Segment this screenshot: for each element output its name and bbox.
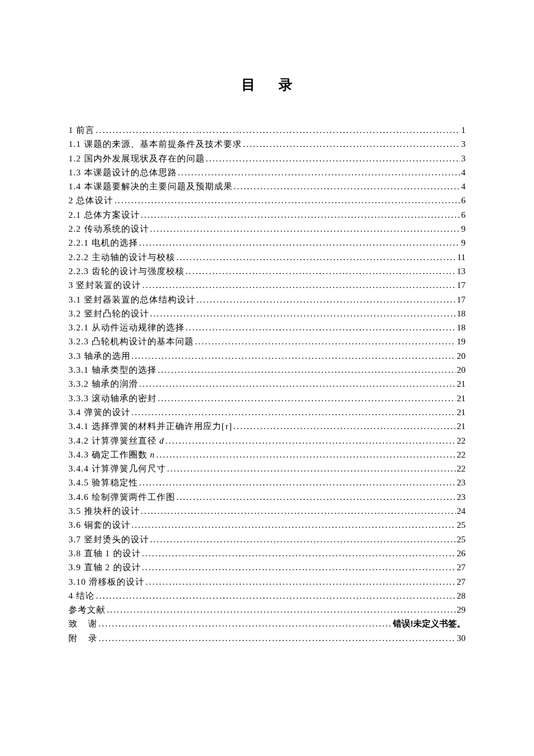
toc-entry: 3.1 竖封器装置的总体结构设计17	[68, 293, 466, 307]
toc-entry-label: 3.10 滑移板的设计	[68, 575, 145, 589]
toc-entry: 3.4.3 确定工作圈数 n22	[68, 448, 466, 462]
toc-leader-dots	[158, 363, 456, 377]
toc-page-number: 20	[457, 363, 466, 377]
toc-entry-label: 3.4.1 选择弹簧的材料并正确许用应力[τ]	[68, 419, 232, 433]
toc-entry: 3.4.6 绘制弹簧两件工作图23	[68, 490, 466, 504]
toc-entry: 3.8 直轴 1 的设计26	[68, 546, 466, 560]
toc-entry: 1.3 本课题设计的总体思路4	[68, 165, 466, 179]
toc-entry-label: 致 谢	[68, 617, 98, 631]
toc-page-number: 4	[461, 179, 466, 193]
toc-entry: 2.2.2 主动轴的设计与校核11	[68, 250, 466, 264]
toc-leader-dots	[142, 560, 456, 574]
toc-entry-label: 1.1 课题的来源、基本前提条件及技术要求	[68, 137, 242, 151]
toc-entry-label: 3.7 竖封烫头的设计	[68, 532, 149, 546]
toc-leader-dots	[146, 575, 456, 589]
toc-leader-dots	[186, 264, 456, 278]
toc-leader-dots	[139, 476, 456, 489]
toc-entry: 3.3 轴承的选用20	[68, 349, 466, 363]
toc-leader-dots	[197, 293, 456, 307]
toc-entry: 1.4 本课题要解决的主要问题及预期成果4	[68, 179, 466, 193]
toc-page-number: 23	[457, 476, 466, 489]
toc-entry: 3.6 铜套的设计25	[68, 518, 466, 532]
toc-leader-dots	[99, 631, 456, 645]
toc-entry-label: 3.2.1 从动件运动规律的选择	[68, 321, 185, 334]
toc-leader-dots	[139, 236, 460, 250]
toc-page-number: 1	[461, 123, 466, 137]
toc-entry-label: 3.4 弹簧的设计	[68, 405, 131, 419]
toc-page-number: 17	[457, 293, 466, 307]
toc-entry: 3.4.1 选择弹簧的材料并正确许用应力[τ]21	[68, 419, 466, 433]
toc-page-number: 3	[461, 152, 466, 165]
toc-entry-label: 3.1 竖封器装置的总体结构设计	[68, 293, 196, 307]
toc-page-number: 29	[457, 603, 466, 617]
toc-page-number: 22	[457, 434, 466, 448]
toc-error-bookmark: 错误!未定义书签。	[393, 617, 466, 631]
toc-entry-label: 3 竖封装置的设计	[68, 278, 141, 292]
toc-page-number: 18	[457, 307, 466, 321]
toc-entry: 1.2 国内外发展现状及存在的问题3	[68, 152, 466, 165]
toc-leader-dots	[142, 546, 456, 560]
toc-entry-label: 3.5 推块杆的设计	[68, 504, 140, 518]
toc-entry-label: 3.4.6 绘制弹簧两件工作图	[68, 490, 175, 504]
toc-entry: 2.2 传动系统的设计9	[68, 222, 466, 236]
toc-leader-dots	[150, 532, 456, 546]
toc-page-number: 11	[457, 250, 466, 264]
toc-leader-dots	[243, 137, 460, 151]
toc-entry: 3.3.2 轴承的润滑21	[68, 377, 466, 391]
toc-entry: 3 竖封装置的设计17	[68, 278, 466, 292]
toc-entry-label: 2.2.2 主动轴的设计与校核	[68, 250, 175, 264]
toc-entry-label: 3.2.3 凸轮机构设计的基本问题	[68, 334, 194, 348]
toc-page-number: 24	[457, 504, 466, 518]
toc-leader-dots	[233, 419, 456, 433]
toc-leader-dots	[176, 250, 456, 264]
toc-leader-dots	[142, 278, 456, 292]
toc-leader-dots	[186, 321, 456, 334]
toc-entry: 2 总体设计6	[68, 193, 466, 207]
toc-entry-label: 3.6 铜套的设计	[68, 518, 131, 532]
toc-leader-dots	[96, 123, 460, 137]
toc-page-number: 21	[457, 419, 466, 433]
toc-entry-label: 1.3 本课题设计的总体思路	[68, 165, 177, 179]
toc-entry: 3.4.2 计算弹簧丝直径 d22	[68, 434, 466, 448]
toc-entry: 3.4.4 计算弹簧几何尺寸22	[68, 462, 466, 476]
toc-page-number: 17	[457, 278, 466, 292]
toc-leader-dots	[132, 405, 456, 419]
toc-page-number: 21	[457, 377, 466, 391]
toc-page-number: 30	[457, 631, 466, 645]
toc-page-number: 20	[457, 349, 466, 363]
toc-entry: 4 结论28	[68, 589, 466, 603]
toc-entry: 3.4.5 验算稳定性23	[68, 476, 466, 489]
toc-entry-label: 1.4 本课题要解决的主要问题及预期成果	[68, 179, 233, 193]
toc-leader-dots	[99, 617, 392, 631]
toc-page-number: 28	[457, 589, 466, 603]
toc-entry: 3.9 直轴 2 的设计27	[68, 560, 466, 574]
toc-entry: 2.2.1 电机的选择9	[68, 236, 466, 250]
toc-entry-label: 2 总体设计	[68, 193, 113, 207]
table-of-contents: 1 前言11.1 课题的来源、基本前提条件及技术要求31.2 国内外发展现状及存…	[68, 123, 466, 645]
toc-entry: 附 录30	[68, 631, 466, 645]
toc-entry: 2.2.3 齿轮的设计与强度校核13	[68, 264, 466, 278]
toc-leader-dots	[156, 448, 456, 462]
toc-entry: 3.3.1 轴承类型的选择20	[68, 363, 466, 377]
toc-entry: 致 谢错误!未定义书签。	[68, 617, 466, 631]
toc-page-number: 25	[457, 532, 466, 546]
toc-entry-label: 2.2.3 齿轮的设计与强度校核	[68, 264, 185, 278]
toc-page-number: 27	[457, 560, 466, 574]
toc-leader-dots	[114, 193, 460, 207]
toc-page-number: 6	[461, 208, 466, 222]
toc-entry-label: 1 前言	[68, 123, 95, 137]
toc-entry-label: 3.8 直轴 1 的设计	[68, 546, 141, 560]
toc-page-number: 3	[461, 137, 466, 151]
toc-page-number: 6	[461, 193, 466, 207]
toc-leader-dots	[165, 434, 456, 448]
toc-leader-dots	[139, 377, 456, 391]
toc-page-number: 21	[457, 405, 466, 419]
toc-entry: 2.1 总体方案设计6	[68, 208, 466, 222]
toc-leader-dots	[206, 152, 460, 165]
toc-entry: 3.10 滑移板的设计27	[68, 575, 466, 589]
toc-page-number: 23	[457, 490, 466, 504]
toc-leader-dots	[234, 179, 460, 193]
toc-leader-dots	[158, 391, 456, 405]
toc-entry-label: 参考文献	[68, 603, 106, 617]
toc-page-number: 22	[457, 448, 466, 462]
